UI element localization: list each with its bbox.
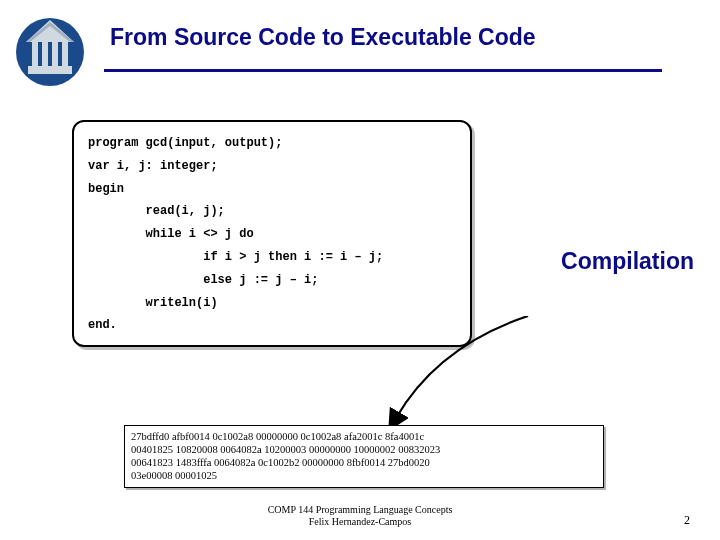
svg-rect-3 — [42, 42, 48, 68]
executable-hex: 27bdffd0 afbf0014 0c1002a8 00000000 0c10… — [131, 430, 597, 483]
source-code-box: program gcd(input, output); var i, j: in… — [72, 120, 472, 347]
svg-rect-2 — [32, 42, 38, 68]
svg-rect-5 — [62, 42, 68, 68]
svg-rect-4 — [52, 42, 58, 68]
institution-logo — [10, 8, 90, 88]
compilation-label: Compilation — [561, 248, 694, 275]
page-number: 2 — [684, 513, 690, 528]
slide-title: From Source Code to Executable Code — [110, 24, 710, 51]
compilation-arrow-icon — [378, 316, 538, 436]
executable-hex-box: 27bdffd0 afbf0014 0c1002a8 00000000 0c10… — [124, 425, 604, 488]
footer-course: COMP 144 Programming Language Concepts — [0, 504, 720, 516]
slide-footer: COMP 144 Programming Language Concepts F… — [0, 504, 720, 528]
title-rule — [104, 69, 662, 72]
footer-author: Felix Hernandez-Campos — [0, 516, 720, 528]
source-code: program gcd(input, output); var i, j: in… — [88, 132, 456, 337]
